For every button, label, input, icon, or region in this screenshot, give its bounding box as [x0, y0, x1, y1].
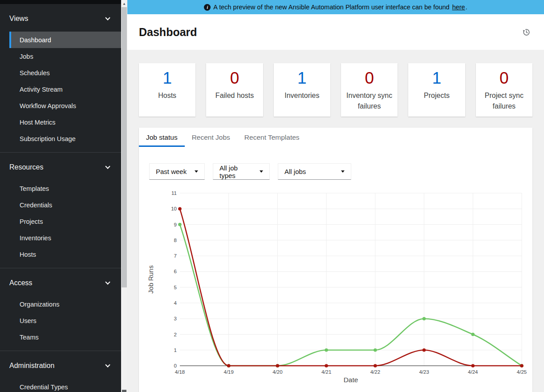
chart-point-successful-4-22[interactable] [373, 348, 377, 352]
history-icon [522, 28, 531, 36]
filter-select-all-job-types[interactable]: All job types [213, 163, 270, 180]
tab-job-status[interactable]: Job status [139, 128, 185, 147]
card-label: Hosts [158, 90, 176, 101]
sidebar-scrollbar[interactable]: ▲ [121, 0, 127, 392]
nav-items: OrganizationsUsersTeams [0, 292, 121, 345]
select-value: All jobs [284, 168, 306, 175]
sidebar-item-organizations[interactable]: Organizations [9, 296, 121, 312]
summary-card-inventories[interactable]: 1Inventories [274, 63, 330, 117]
sidebar-top-strip [0, 0, 121, 4]
nav-section-resources: ResourcesTemplatesCredentialsProjectsInv… [0, 152, 121, 267]
card-value: 1 [297, 69, 307, 88]
nav-section-views: ViewsDashboardJobsSchedulesActivity Stre… [0, 10, 121, 151]
x-tick-label: 4/25 [517, 369, 527, 375]
chart-line-successful [180, 225, 522, 366]
chart-point-failed-4-20[interactable] [276, 364, 280, 368]
y-tick-label: 11 [171, 190, 177, 196]
card-value: 0 [230, 69, 240, 88]
chart-point-failed-4-22[interactable] [373, 364, 377, 368]
card-label: Inventories [284, 90, 319, 101]
main-area: i A tech preview of the new Ansible Auto… [127, 0, 544, 392]
sidebar-item-users[interactable]: Users [9, 312, 121, 329]
chart-point-successful-4-21[interactable] [325, 348, 328, 352]
section-label: Administration [9, 362, 54, 370]
summary-card-hosts[interactable]: 1Hosts [139, 63, 195, 117]
sidebar-item-credential-types[interactable]: Credential Types [9, 379, 121, 392]
nav-items: Credential Types [0, 375, 121, 392]
chart-point-failed-4-24[interactable] [471, 364, 475, 368]
tab-recent-templates[interactable]: Recent Templates [237, 128, 307, 147]
nav-section-administration: AdministrationCredential Types [0, 351, 121, 392]
section-header-views[interactable]: Views [0, 10, 121, 28]
sidebar-item-credentials[interactable]: Credentials [9, 197, 121, 213]
y-tick-label: 8 [174, 238, 177, 243]
card-value: 0 [365, 69, 374, 88]
x-tick-label: 4/21 [321, 369, 331, 375]
history-button[interactable] [520, 26, 532, 38]
sidebar-item-teams[interactable]: Teams [9, 329, 121, 345]
scrollbar-down-arrow-icon[interactable] [122, 390, 126, 392]
chart-point-successful-4-18[interactable] [178, 223, 182, 226]
select-value: All job types [219, 164, 255, 179]
x-tick-label: 4/22 [370, 369, 380, 375]
banner-suffix: . [466, 4, 467, 11]
y-tick-label: 4 [174, 300, 177, 306]
tech-preview-banner: i A tech preview of the new Ansible Auto… [127, 0, 544, 14]
banner-text: A tech preview of the new Ansible Automa… [213, 4, 449, 11]
card-label: Failed hosts [215, 90, 254, 101]
scrollbar-thumb[interactable] [122, 7, 127, 287]
sidebar-item-projects[interactable]: Projects [9, 213, 121, 230]
x-tick-label: 4/20 [272, 369, 282, 375]
job-status-chart: 012345678910114/184/194/204/214/224/234/… [139, 180, 532, 392]
chart-point-failed-4-21[interactable] [325, 364, 328, 368]
scrollbar-up-arrow-icon[interactable]: ▲ [121, 0, 127, 7]
sidebar-item-hosts[interactable]: Hosts [9, 246, 121, 263]
filter-select-all-jobs[interactable]: All jobs [278, 163, 351, 180]
chart-point-successful-4-23[interactable] [422, 317, 426, 320]
chevron-down-icon [105, 164, 110, 169]
nav-section-access: AccessOrganizationsUsersTeams [0, 268, 121, 350]
section-label: Access [9, 279, 32, 287]
summary-card-projects[interactable]: 1Projects [408, 63, 465, 117]
tab-recent-jobs[interactable]: Recent Jobs [185, 128, 237, 147]
chart-point-failed-4-18[interactable] [178, 207, 182, 211]
section-header-resources[interactable]: Resources [0, 159, 121, 177]
card-value: 1 [162, 69, 172, 88]
y-tick-label: 3 [174, 316, 177, 321]
section-header-administration[interactable]: Administration [0, 357, 121, 375]
x-tick-label: 4/19 [224, 369, 234, 375]
section-header-access[interactable]: Access [0, 275, 121, 292]
job-status-panel: Job statusRecent JobsRecent Templates Pa… [139, 128, 532, 392]
filter-select-past-week[interactable]: Past week [149, 163, 205, 180]
summary-card-failed-hosts[interactable]: 0Failed hosts [206, 63, 263, 117]
y-tick-label: 10 [171, 206, 177, 211]
card-value: 1 [432, 69, 442, 88]
caret-down-icon [195, 170, 198, 173]
banner-here-link[interactable]: here [452, 4, 465, 11]
x-tick-label: 4/18 [175, 369, 185, 375]
y-tick-label: 2 [174, 332, 177, 337]
x-tick-label: 4/23 [419, 369, 429, 375]
sidebar-item-host-metrics[interactable]: Host Metrics [9, 114, 121, 130]
y-tick-label: 5 [174, 285, 177, 290]
page-header: Dashboard [127, 14, 544, 50]
sidebar-item-templates[interactable]: Templates [9, 180, 121, 197]
sidebar-item-activity-stream[interactable]: Activity Stream [9, 81, 121, 97]
sidebar-item-jobs[interactable]: Jobs [9, 48, 121, 65]
sidebar-item-subscription-usage[interactable]: Subscription Usage [9, 130, 121, 147]
summary-card-project-sync-failures[interactable]: 0Project sync failures [476, 63, 532, 117]
chart-point-failed-4-23[interactable] [422, 348, 426, 352]
chart-point-successful-4-24[interactable] [471, 333, 475, 336]
chart-point-failed-4-25[interactable] [520, 364, 524, 368]
chart-point-failed-4-19[interactable] [227, 364, 231, 368]
sidebar-item-dashboard[interactable]: Dashboard [9, 32, 121, 48]
caret-down-icon [341, 170, 345, 173]
sidebar-item-schedules[interactable]: Schedules [9, 65, 121, 81]
card-label: Inventory sync failures [345, 90, 394, 112]
y-axis-label: Job Runs [147, 265, 154, 293]
dashboard-content: 1Hosts0Failed hosts1Inventories0Inventor… [127, 50, 544, 392]
sidebar-item-inventories[interactable]: Inventories [9, 230, 121, 246]
summary-card-inventory-sync-failures[interactable]: 0Inventory sync failures [341, 63, 398, 117]
x-tick-label: 4/24 [468, 369, 478, 375]
sidebar-item-workflow-approvals[interactable]: Workflow Approvals [9, 97, 121, 114]
